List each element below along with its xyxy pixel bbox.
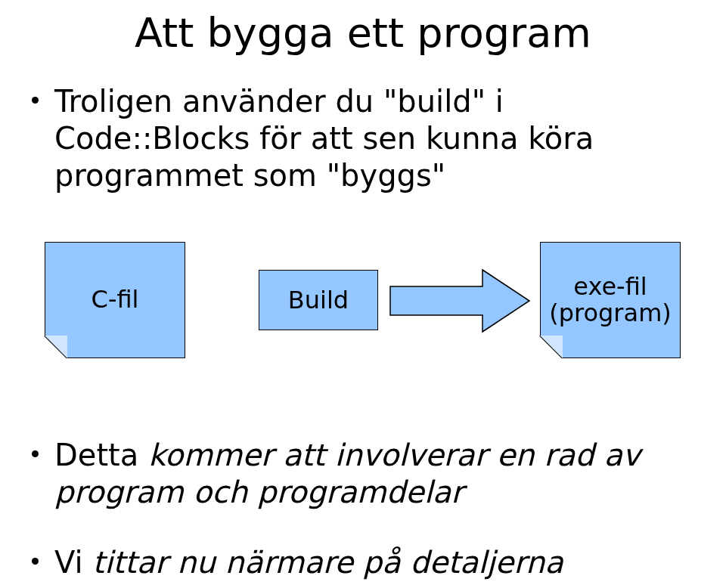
page-title: Att bygga ett program: [0, 9, 726, 57]
svg-marker-0: [390, 270, 529, 332]
exefile-line2: (program): [549, 300, 672, 326]
note-fold: [540, 336, 563, 358]
bullet-1-text: Troligen använder du "build" i Code::Blo…: [54, 84, 594, 193]
bullet-3-italic: tittar nu närmare på detaljerna: [92, 545, 563, 580]
bullet-dot: [32, 97, 39, 104]
exefile-line1: exe-fil: [573, 274, 647, 300]
bullet-3: Vi tittar nu närmare på detaljerna: [32, 544, 690, 581]
bullet-3-prefix: Vi: [54, 545, 92, 580]
bullet-dot: [32, 558, 39, 565]
build-label: Build: [288, 286, 349, 314]
build-diagram: C-fil Build exe-fil (program): [0, 234, 726, 401]
exefile-note: exe-fil (program): [540, 242, 681, 358]
cfile-label: C-fil: [92, 286, 139, 313]
note-fold: [45, 336, 67, 358]
bullet-2: Detta kommer att involverar en rad av pr…: [32, 437, 690, 511]
cfile-note: C-fil: [45, 242, 185, 358]
arrow-build-to-exe: [384, 259, 535, 342]
build-box: Build: [259, 270, 378, 330]
bullet-1: Troligen använder du "build" i Code::Blo…: [32, 83, 690, 193]
bullet-dot: [32, 450, 39, 457]
bullet-2-prefix: Detta: [54, 438, 148, 472]
